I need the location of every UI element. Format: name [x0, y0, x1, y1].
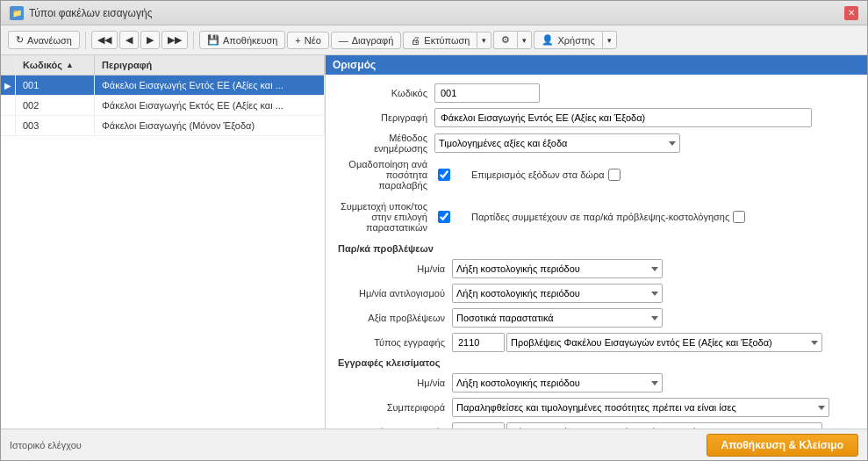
- partides-label: Παρτίδες συμμετέχουν σε παρ/κά πρόβλεψης…: [471, 212, 729, 222]
- checkbox-row-1: Ομαδοποίηση ανά ποσότητα παραλαβής Επιμε…: [338, 159, 855, 196]
- methodoos-row: Μέθοδος ενημέρωσης Τιμολογημένες αξίες κ…: [338, 133, 855, 154]
- hmnia-kleisimatos-label: Ημ/νία: [338, 378, 452, 388]
- close-button[interactable]: ✕: [844, 6, 858, 20]
- row-1-desc: Φάκελοι Εισαγωγής Εντός ΕΕ (Αξίες και ..…: [95, 76, 325, 95]
- symmetoxi-label: Συμμετοχή υποκ/τος στην επιλογή παραστατ…: [338, 201, 434, 233]
- symmetoxi-checkbox[interactable]: [438, 211, 450, 223]
- user-button[interactable]: 👤 Χρήστης: [534, 31, 601, 49]
- hmnia-antilogismou-select[interactable]: Λήξη κοστολογικής περιόδου: [452, 284, 663, 303]
- save-icon: 💾: [207, 34, 219, 46]
- right-panel: Ορισμός Κωδικός Περιγραφή Μέθοδος ενημέρ…: [326, 55, 867, 429]
- col-code-header: Κωδικός ▲: [16, 55, 95, 75]
- axia-row: Αξία προβλέψεων Ποσοτικά παραστατικά: [338, 308, 855, 328]
- row-1-code: 001: [16, 76, 95, 95]
- print-button[interactable]: 🖨 Εκτύπωση: [403, 32, 477, 49]
- egrafes-title: Εγγραφές κλεισίματος: [338, 357, 855, 368]
- user-icon: 👤: [542, 34, 554, 46]
- settings-button-group: ⚙ ▾: [493, 31, 532, 49]
- new-icon: +: [295, 35, 300, 46]
- kodikos-label: Κωδικός: [338, 88, 434, 98]
- table-header: Κωδικός ▲ Περιγραφή: [1, 55, 325, 76]
- row-3-code: 003: [16, 116, 95, 135]
- symperiora-select[interactable]: Παραληφθείσες και τιμολογημένες ποσότητε…: [452, 398, 829, 417]
- separator-2: [193, 32, 194, 49]
- axia-select[interactable]: Ποσοτικά παραστατικά: [452, 308, 663, 328]
- omadopoiisi-label: Ομαδοποίηση ανά ποσότητα παραλαβής: [338, 159, 434, 191]
- refresh-icon: ↻: [16, 34, 24, 46]
- typos-parko-row: Τύπος εγγραφής Προβλέψεις Φακέλου Εισαγω…: [338, 333, 855, 352]
- row-indicator-header: [1, 55, 16, 75]
- hmnia-kleisimatos-row: Ημ/νία Λήξη κοστολογικής περιόδου: [338, 373, 855, 393]
- hmnia-kleisimatos-select[interactable]: Λήξη κοστολογικής περιόδου: [452, 373, 663, 393]
- nav-next-button[interactable]: ▶: [140, 31, 160, 49]
- gear-icon: ⚙: [501, 34, 510, 46]
- typos-desc-select[interactable]: Προβλέψεις Φακέλου Εισαγωγών εντός ΕΕ (Α…: [506, 333, 822, 352]
- partides-checkbox[interactable]: [733, 211, 745, 223]
- print-button-group: 🖨 Εκτύπωση ▾: [403, 32, 491, 49]
- perigrafi-row: Περιγραφή: [338, 108, 855, 127]
- hmnia-row: Ημ/νία Λήξη κοστολογικής περιόδου: [338, 259, 855, 278]
- status-label: Ιστορικό ελέγχου: [10, 440, 82, 450]
- row-2-code: 002: [16, 96, 95, 115]
- hmnia-select[interactable]: Λήξη κοστολογικής περιόδου: [452, 259, 663, 278]
- toolbar: ↻ Ανανέωση ◀◀ ◀ ▶ ▶▶ 💾 Αποθήκευση + Νέο …: [1, 25, 867, 55]
- symperiora-label: Συμπεριφορά: [338, 402, 452, 413]
- methodoos-label: Μέθοδος ενημέρωσης: [338, 133, 434, 154]
- methodoos-select[interactable]: Τιμολογημένες αξίες και έξοδα: [434, 133, 680, 153]
- row-indicator-2: [1, 96, 16, 115]
- table-body: ▶ 001 Φάκελοι Εισαγωγής Εντός ΕΕ (Αξίες …: [1, 76, 325, 429]
- save-button[interactable]: 💾 Αποθήκευση: [199, 31, 285, 49]
- user-button-group: 👤 Χρήστης ▾: [534, 31, 616, 49]
- epimerismos-checkbox[interactable]: [608, 169, 621, 181]
- left-panel: Κωδικός ▲ Περιγραφή ▶ 001 Φάκελοι Εισαγω…: [1, 55, 326, 429]
- table-row[interactable]: ▶ 001 Φάκελοι Εισαγωγής Εντός ΕΕ (Αξίες …: [1, 76, 325, 96]
- title-bar-left: 📁 Τύποι φακέλων εισαγωγής: [10, 6, 152, 20]
- symperiora-row: Συμπεριφορά Παραληφθείσες και τιμολογημέ…: [338, 398, 855, 417]
- nav-prev-button[interactable]: ◀: [119, 31, 139, 49]
- typos-egrafis-desc-select[interactable]: Κόστος Φακέλου Εισαγωγών εντός ΕΕ (Αξίες…: [506, 422, 822, 429]
- main-window: 📁 Τύποι φακέλων εισαγωγής ✕ ↻ Ανανέωση ◀…: [0, 0, 868, 461]
- omadopoiisi-checkbox[interactable]: [438, 169, 450, 181]
- typos-label: Τύπος εγγραφής: [338, 337, 452, 348]
- nav-last-button[interactable]: ▶▶: [161, 31, 188, 49]
- typos-egrafis-row: Τύπος εγγραφής Κόστος Φακέλου Εισαγωγών …: [338, 422, 855, 429]
- refresh-button[interactable]: ↻ Ανανέωση: [8, 31, 80, 49]
- nav-first-button[interactable]: ◀◀: [91, 31, 118, 49]
- window-title: Τύποι φακέλων εισαγωγής: [29, 7, 152, 19]
- hmnia-antilogismou-label: Ημ/νία αντιλογισμού: [338, 288, 452, 299]
- symmetoxi-checkbox-group: Συμμετοχή υποκ/τος στην επιλογή παραστατ…: [338, 201, 454, 233]
- bottom-bar: Ιστορικό ελέγχου Αποθήκευση & Κλείσιμο: [1, 429, 867, 460]
- settings-button[interactable]: ⚙: [493, 31, 517, 49]
- new-button[interactable]: + Νέο: [287, 32, 328, 49]
- kodikos-input[interactable]: [434, 83, 540, 103]
- perigrafi-label: Περιγραφή: [338, 112, 434, 123]
- row-3-desc: Φάκελοι Εισαγωγής (Μόνον Έξοδα): [95, 116, 325, 135]
- print-arrow-button[interactable]: ▾: [477, 32, 491, 49]
- table-row[interactable]: 002 Φάκελοι Εισαγωγής Εκτός ΕΕ (Αξίες κα…: [1, 96, 325, 116]
- save-close-button[interactable]: Αποθήκευση & Κλείσιμο: [707, 434, 859, 457]
- checkbox-row-2: Συμμετοχή υποκ/τος στην επιλογή παραστατ…: [338, 201, 855, 238]
- row-2-desc: Φάκελοι Εισαγωγής Εκτός ΕΕ (Αξίες και ..…: [95, 96, 325, 115]
- print-icon: 🖨: [411, 35, 420, 46]
- typos-egrafis-code-input[interactable]: [452, 422, 505, 429]
- hmnia-label: Ημ/νία: [338, 263, 452, 274]
- delete-button[interactable]: — Διαγραφή: [331, 32, 402, 49]
- hmnia-antilogismou-row: Ημ/νία αντιλογισμού Λήξη κοστολογικής πε…: [338, 284, 855, 303]
- perigrafi-input[interactable]: [434, 108, 812, 127]
- axia-label: Αξία προβλέψεων: [338, 313, 452, 323]
- omadopoiisi-checkbox-group: Ομαδοποίηση ανά ποσότητα παραλαβής: [338, 159, 454, 191]
- section-title: Ορισμός: [326, 55, 867, 75]
- row-indicator-1: ▶: [1, 76, 16, 95]
- typos-code-input[interactable]: [452, 333, 505, 352]
- window-icon: 📁: [10, 6, 24, 20]
- content-area: Κωδικός ▲ Περιγραφή ▶ 001 Φάκελοι Εισαγω…: [1, 55, 867, 429]
- title-bar: 📁 Τύποι φακέλων εισαγωγής ✕: [1, 1, 867, 25]
- settings-arrow-button[interactable]: ▾: [517, 31, 532, 49]
- partides-checkbox-group: Παρτίδες συμμετέχουν σε παρ/κά πρόβλεψης…: [471, 211, 749, 223]
- epimerismos-checkbox-group: Επιμερισμός εξόδων στα δώρα: [471, 169, 624, 181]
- kodikos-row: Κωδικός: [338, 83, 855, 103]
- parko-title: Παρ/κά προβλέψεων: [338, 243, 855, 254]
- user-arrow-button[interactable]: ▾: [602, 31, 617, 49]
- table-row[interactable]: 003 Φάκελοι Εισαγωγής (Μόνον Έξοδα): [1, 116, 325, 136]
- separator-1: [85, 32, 86, 49]
